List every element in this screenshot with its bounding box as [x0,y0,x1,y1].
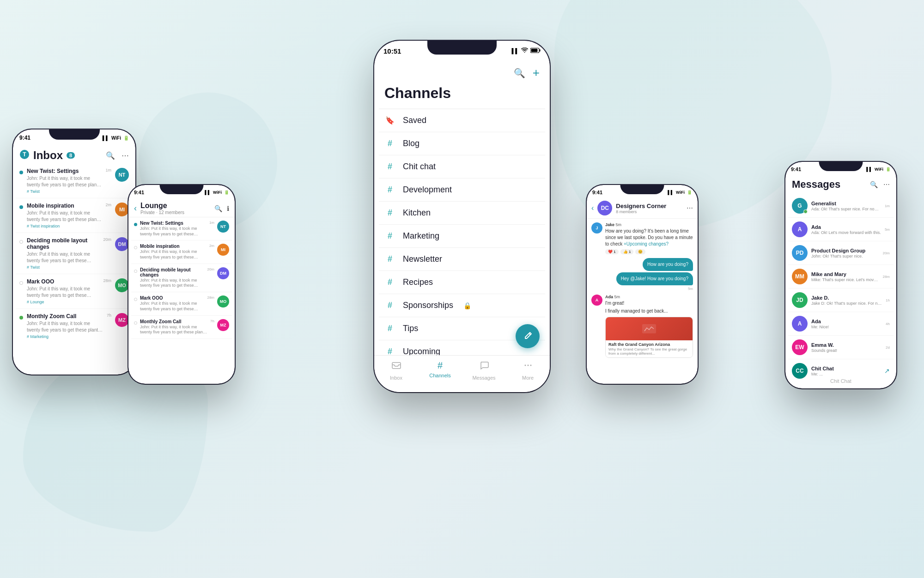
lounge-icons: 🔍 ℹ [214,205,229,212]
lounge-preview-2: John: Put it this way, it took me twenty… [140,278,204,289]
lounge-dot-3 [134,298,137,301]
msg-avatar-generalist: G [792,198,808,214]
lounge-time-4: 7h [210,319,214,323]
msg-avatar-jake: JD [792,292,808,308]
msg-content-mike-mary: Mike and Mary Mike: That's super nice. L… [811,271,879,282]
inbox-item-0[interactable]: New Twist: Settings John: Put it this wa… [16,164,133,198]
left-signal: ▌▌ [103,135,109,141]
marketing-hash-icon: # [384,231,395,241]
rc-phone-notch [620,185,664,194]
messages-header-icons: 🔍 ⋯ [870,181,890,188]
lounge-dot-0 [134,223,137,226]
inbox-item-2[interactable]: Deciding mobile layout changes John: Put… [16,233,133,274]
chat-back-icon[interactable]: ‹ [591,204,594,212]
inbox-tag-2: # Twist [27,265,99,270]
inbox-tag-0: # Twist [27,189,102,194]
inbox-item-3[interactable]: Mark OOO John: Put it this way, it took … [16,274,133,309]
inbox-item-1[interactable]: Mobile inspiration John: Put it this way… [16,198,133,233]
lounge-item-0[interactable]: New Twist: Settings John: Put it this wa… [131,217,232,240]
channels-add-icon[interactable]: + [533,66,540,80]
msg-item-ada2[interactable]: A Ada Me: Nice! 4h [788,312,894,336]
msg-item-mike-mary[interactable]: MM Mike and Mary Mike: That's super nice… [788,265,894,289]
inbox-logo: T [19,149,30,161]
lounge-sender-4: Monthly Zoom Call [140,319,207,324]
messages-tab-icon [479,360,489,373]
tab-more[interactable]: More [506,360,550,381]
lounge-title: Lounge [140,202,211,210]
msg-preview-jake: Jake D: Ok! That's super nice. For now l… [811,301,882,306]
inbox-content-4: Monthly Zoom Call John: Put it this way,… [27,313,103,339]
channel-blog[interactable]: # Blog [379,132,545,155]
inbox-dot-0 [19,171,23,174]
tab-inbox[interactable]: Inbox [374,360,418,381]
center-phone-notch [427,41,497,55]
lounge-info-icon[interactable]: ℹ [227,205,229,212]
chat-more-icon[interactable]: ⋯ [687,204,693,212]
channel-saved[interactable]: 🔖 Saved [379,109,545,132]
channel-marketing-name: Marketing [403,231,439,241]
tips-hash-icon: # [384,324,395,333]
msg-item-ada[interactable]: A Ada Ada: Ok! Let's move forward with t… [788,218,894,241]
channel-development[interactable]: # Development [379,178,545,202]
right-wifi: WiFi [875,167,883,172]
chitchat-hash-icon: # [384,162,395,172]
msg-item-product-design[interactable]: PD Product Design Group John: Ok! That's… [788,241,894,265]
kitchen-hash-icon: # [384,208,395,218]
preview-image [606,317,693,340]
lounge-dot-4 [134,321,137,325]
lounge-item-4[interactable]: Monthly Zoom Call John: Put it this way,… [131,316,232,339]
chat-group-avatar: DC [597,201,612,215]
lounge-content-0: New Twist: Settings John: Put it this wa… [140,221,207,237]
channel-marketing[interactable]: # Marketing [379,225,545,248]
lounge-content-2: Deciding mobile layout changes John: Put… [140,267,204,289]
msg-item-generalist[interactable]: G Generalist Ada: Ok! That's super nice.… [788,194,894,218]
rc-status-icons: ▌▌ WiFi 🔋 [668,190,692,195]
channel-chit-chat[interactable]: # Chit chat [379,155,545,178]
inbox-search-icon[interactable]: 🔍 [106,151,115,160]
svg-rect-1 [540,49,541,51]
lounge-time-0: 1m [209,221,214,225]
channel-sponsorships[interactable]: # Sponsorships 🔒 [379,294,545,317]
lounge-item-1[interactable]: Mobile inspiration John: Put it this way… [131,240,232,264]
lounge-title-area: Lounge Private · 12 members [140,202,211,215]
channel-newsletter[interactable]: # Newsletter [379,248,545,271]
lounge-back-icon[interactable]: ‹ [134,203,137,213]
channel-dev-name: Development [403,185,452,195]
inbox-avatar-2: DM [115,237,129,251]
msg-item-emma[interactable]: EW Emma W. Sounds great! 2d [788,336,894,359]
channels-search-icon[interactable]: 🔍 [514,68,525,79]
svg-rect-2 [531,49,538,52]
msg-time-emma: 2d [886,345,890,350]
jake-msg-text: How are you doing? It's been a long time… [605,228,693,247]
channel-kitchen[interactable]: # Kitchen [379,202,545,225]
inbox-preview-1: John: Put it this way, it took me twenty… [27,210,102,223]
tab-messages[interactable]: Messages [462,360,506,381]
messages-more-icon[interactable]: ⋯ [883,181,890,188]
inbox-item-4[interactable]: Monthly Zoom Call John: Put it this way,… [16,309,133,343]
left-time: 9:41 [19,135,30,141]
lc-phone-screen: 9:41 ▌▌ WiFi 🔋 ‹ Lounge Private · 12 mem… [128,185,235,384]
msg-name-mike-mary: Mike and Mary [811,271,879,277]
inbox-avatar-3: MO [115,278,129,292]
compose-fab[interactable] [516,324,540,348]
inbox-sender-4: Monthly Zoom Call [27,313,103,320]
msg-time-product-design: 20m [882,251,890,255]
lounge-search-icon[interactable]: 🔍 [214,205,222,212]
chitchat-share-icon[interactable]: ↗ [884,367,890,375]
lounge-subtitle: Private · 12 members [140,210,211,215]
msg-avatar-ada: A [792,221,808,237]
chit-chat-label: Chit Chat [830,378,851,384]
tab-channels[interactable]: # Channels [418,360,462,378]
msg-avatar-ada2: A [792,316,808,332]
messages-search-icon[interactable]: 🔍 [870,181,878,188]
inbox-more-icon[interactable]: ⋯ [122,151,129,160]
center-phone: 10:51 ▌▌ 🔍 + Channels [374,41,550,392]
messages-list: G Generalist Ada: Ok! That's super nice.… [785,194,896,382]
chat-members: 8 members [616,209,683,214]
msg-item-jake[interactable]: JD Jake D. Jake D: Ok! That's super nice… [788,289,894,312]
channel-recipes[interactable]: # Recipes [379,271,545,294]
lounge-item-3[interactable]: Mark OOO John: Put it this way, it took … [131,292,232,315]
msg-time-ada2: 4h [886,322,890,326]
lounge-item-2[interactable]: Deciding mobile layout changes John: Put… [131,264,232,292]
lounge-sender-0: New Twist: Settings [140,221,207,226]
